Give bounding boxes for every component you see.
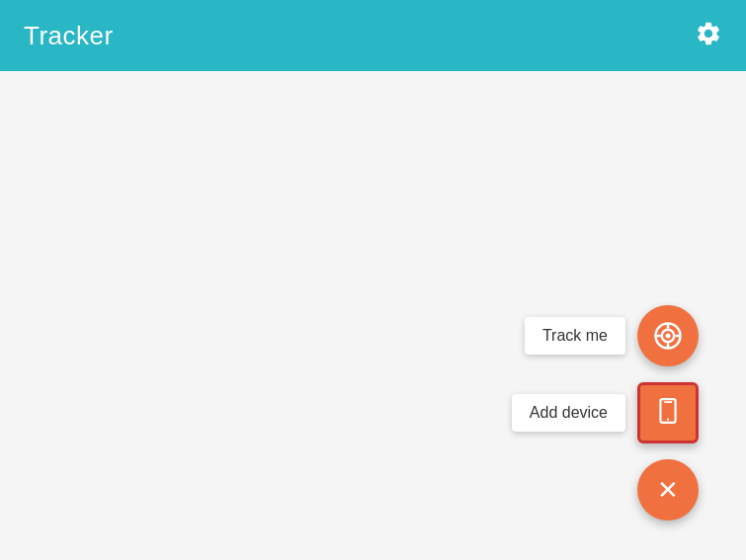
toolbar: Tracker [0,0,746,71]
track-me-label: Track me [525,317,625,355]
fab-close-button[interactable]: ✕ [637,459,699,520]
main-content: Track me [0,71,746,560]
app-title: Tracker [24,21,114,51]
track-me-button[interactable] [637,305,699,366]
svg-point-2 [666,334,671,339]
add-device-item: Add device [512,382,699,443]
add-device-label: Add device [512,394,625,432]
settings-icon[interactable] [695,20,722,51]
close-icon: ✕ [657,477,679,503]
fab-group: Track me [512,305,699,520]
add-device-button[interactable] [637,382,699,443]
target-icon [653,321,683,351]
app-container: Tracker Track me [0,0,746,560]
svg-rect-8 [664,401,673,403]
phone-icon [655,398,681,428]
svg-point-9 [667,419,669,421]
track-me-item: Track me [525,305,699,366]
